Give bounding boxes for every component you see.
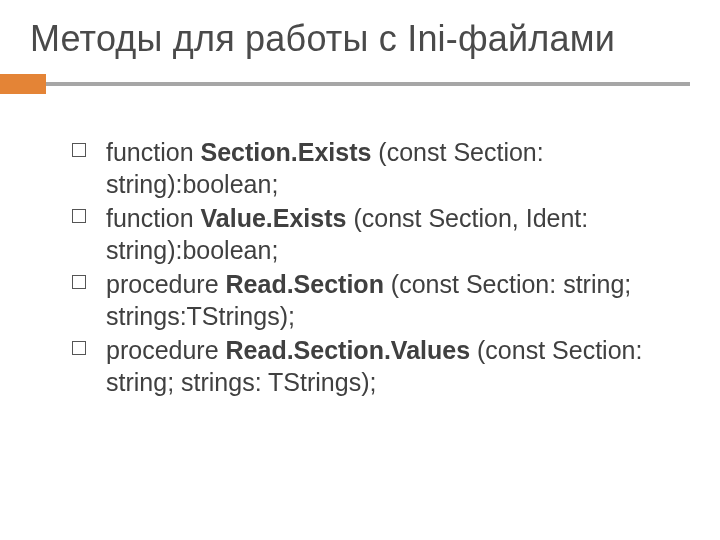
title-divider	[0, 74, 690, 94]
slide-content: function Section.Exists (const Section: …	[0, 94, 720, 398]
item-bold: Read.Section	[226, 270, 384, 298]
item-bold: Section.Exists	[201, 138, 372, 166]
list-item: procedure Read.Section (const Section: s…	[72, 268, 660, 332]
item-pre: procedure	[106, 336, 226, 364]
item-pre: function	[106, 204, 201, 232]
item-bold: Value.Exists	[201, 204, 347, 232]
list-item: function Value.Exists (const Section, Id…	[72, 202, 660, 266]
list-item: function Section.Exists (const Section: …	[72, 136, 660, 200]
slide: Методы для работы с Ini-файлами function…	[0, 0, 720, 540]
slide-title: Методы для работы с Ini-файлами	[0, 0, 720, 74]
item-bold: Read.Section.Values	[226, 336, 471, 364]
bullet-list: function Section.Exists (const Section: …	[72, 136, 660, 398]
divider-bar	[30, 82, 690, 86]
item-pre: function	[106, 138, 201, 166]
item-pre: procedure	[106, 270, 226, 298]
list-item: procedure Read.Section.Values (const Sec…	[72, 334, 660, 398]
divider-accent	[0, 74, 46, 94]
